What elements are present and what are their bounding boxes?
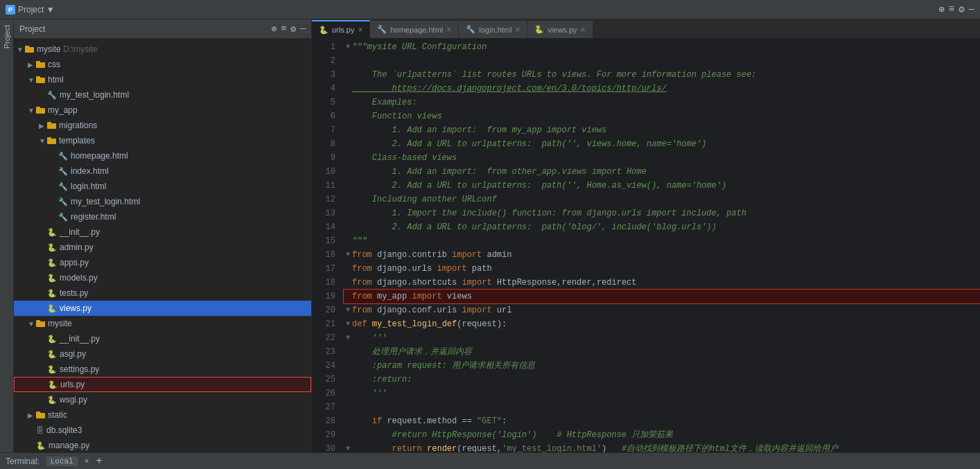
code-line-12: Including another URLconf [344, 193, 980, 206]
code-line-14: 2. Add a URL to urlpatterns: path('blog/… [344, 220, 980, 234]
line-number-26: 26 [312, 387, 335, 400]
tree-item-label: mysite [48, 319, 72, 328]
tree-item-18[interactable]: ▼mysite [14, 316, 311, 331]
tree-item-label: css [48, 60, 60, 69]
tree-item-23[interactable]: 🐍wsgi.py [14, 392, 311, 407]
tree-item-1[interactable]: ▶css [14, 57, 311, 72]
tree-item-16[interactable]: 🐍tests.py [14, 285, 311, 301]
code-line-20: ▼from django.conf.urls import url [344, 303, 980, 317]
project-tab-label[interactable]: Project [3, 25, 11, 48]
tree-item-17[interactable]: 🐍views.py [14, 301, 311, 316]
sidebar-icon-3[interactable]: ⚙ [290, 24, 296, 35]
tree-item-25[interactable]: 🗄db.sqlite3 [14, 423, 311, 438]
sidebar-icon-2[interactable]: ≡ [281, 24, 287, 35]
code-text-23: 处理用户请求，并返回内容 [352, 345, 980, 359]
tree-arrow-icon: ▼ [28, 76, 36, 84]
tab-close-urls[interactable]: × [358, 25, 362, 35]
local-terminal-tab[interactable]: Local [46, 457, 78, 466]
tree-item-14[interactable]: 🐍apps.py [14, 255, 311, 270]
tree-item-6[interactable]: ▼templates [14, 133, 311, 148]
code-text-8: 2. Add a URL to urlpatterns: path('', vi… [352, 137, 980, 151]
fold-icon-22[interactable]: ▼ [344, 331, 352, 345]
tree-item-7[interactable]: 🔧homepage.html [14, 148, 311, 163]
editor-tab-login[interactable]: 🔧login.html× [459, 20, 527, 38]
sidebar: Project ⊕ ≡ ⚙ — ▼mysite D:\mysite▶css▼ht… [14, 19, 312, 452]
tab-close-homepage[interactable]: × [446, 25, 451, 35]
sidebar-icon-4[interactable]: — [300, 24, 306, 35]
tree-file-icon [36, 411, 45, 420]
code-line-29: #return HttpResponse('login') # HttpResp… [344, 428, 980, 442]
project-sidebar-tab[interactable]: Project [0, 19, 14, 452]
tree-file-icon [47, 136, 56, 145]
code-area[interactable]: ▼"""mysite URL Configuration The `urlpat… [341, 39, 980, 452]
tree-item-8[interactable]: 🔧index.html [14, 163, 311, 179]
editor-tab-urls[interactable]: 🐍urls.py× [312, 20, 370, 38]
tree-item-19[interactable]: 🐍__init__.py [14, 331, 311, 346]
add-terminal-button[interactable]: + [96, 456, 103, 467]
tree-item-label: my_test_login.html [60, 90, 129, 100]
tree-item-10[interactable]: 🔧my_test_login.html [14, 194, 311, 209]
tree-file-icon: 🐍 [47, 289, 57, 298]
tree-item-4[interactable]: ▼my_app [14, 103, 311, 118]
tab-close-views[interactable]: × [581, 25, 586, 35]
tree-item-0[interactable]: ▼mysite D:\mysite [14, 42, 311, 57]
tree-item-13[interactable]: 🐍admin.py [14, 240, 311, 255]
tree-item-2[interactable]: ▼html [14, 72, 311, 87]
line-number-21: 21 [312, 317, 335, 331]
settings-icon[interactable]: ⚙ [959, 3, 964, 15]
tree-item-26[interactable]: 🐍manage.py [14, 438, 311, 452]
add-icon[interactable]: ⊕ [938, 3, 944, 15]
editor-tab-homepage[interactable]: 🔧homepage.html× [370, 20, 459, 38]
tree-item-label: mysite D:\mysite [37, 44, 98, 54]
tree-item-3[interactable]: 🔧my_test_login.html [14, 87, 311, 103]
tree-item-5[interactable]: ▶migrations [14, 118, 311, 133]
tree-file-icon: 🐍 [47, 350, 57, 359]
code-text-12: Including another URLconf [352, 193, 980, 206]
tree-file-icon: 🐍 [47, 335, 57, 344]
line-number-10: 10 [312, 165, 335, 179]
tree-item-20[interactable]: 🐍asgi.py [14, 346, 311, 362]
svg-rect-2 [36, 62, 45, 68]
tree-arrow-icon: ▼ [39, 137, 47, 145]
minimize-icon[interactable]: — [969, 3, 974, 15]
tree-item-label: settings.py [60, 364, 99, 374]
code-text-3: The `urlpatterns` list routes URLs to vi… [352, 68, 980, 82]
app-icon: P [6, 5, 15, 15]
line-number-20: 20 [312, 303, 335, 317]
tree-file-icon: 🔧 [58, 197, 68, 206]
line-number-4: 4 [312, 82, 335, 96]
tab-bar: 🐍urls.py×🔧homepage.html×🔧login.html×🐍vie… [312, 19, 980, 39]
tree-item-label: index.html [71, 166, 109, 176]
fold-icon-30[interactable]: ▼ [344, 442, 352, 452]
sidebar-icon-1[interactable]: ⊕ [272, 24, 277, 35]
line-number-2: 2 [312, 54, 335, 68]
tree-item-12[interactable]: 🐍__init__.py [14, 224, 311, 240]
line-number-13: 13 [312, 206, 335, 220]
fold-icon-16[interactable]: ▼ [344, 248, 352, 262]
tree-item-11[interactable]: 🔧register.html [14, 209, 311, 224]
editor-tab-views[interactable]: 🐍views.py× [527, 20, 593, 38]
line-number-25: 25 [312, 373, 335, 387]
line-number-15: 15 [312, 234, 335, 248]
line-number-1: 1 [312, 40, 335, 54]
tree-item-24[interactable]: ▶static [14, 407, 311, 423]
tree-file-icon: 🔧 [58, 182, 68, 191]
close-terminal-tab[interactable]: × [85, 457, 89, 466]
fold-icon-21[interactable]: ▼ [344, 317, 352, 331]
line-number-6: 6 [312, 109, 335, 123]
tree-item-label: models.py [60, 273, 98, 283]
title-text: Project ▼ [18, 5, 938, 15]
tree-file-icon: 🔧 [58, 213, 68, 222]
line-numbers: 1234567891011121314151617181920212223242… [312, 39, 341, 452]
tree-item-22[interactable]: 🐍urls.py [14, 377, 311, 392]
tab-close-login[interactable]: × [515, 25, 520, 35]
tree-item-21[interactable]: 🐍settings.py [14, 362, 311, 377]
fold-icon-20[interactable]: ▼ [344, 303, 352, 317]
menu-icon[interactable]: ≡ [949, 3, 954, 15]
tree-item-15[interactable]: 🐍models.py [14, 270, 311, 285]
tree-item-label: migrations [59, 121, 97, 130]
tab-label-urls: urls.py [332, 26, 354, 34]
code-text-16: from django.contrib import admin [352, 248, 980, 262]
tree-item-9[interactable]: 🔧login.html [14, 179, 311, 194]
fold-icon-1[interactable]: ▼ [344, 40, 352, 54]
